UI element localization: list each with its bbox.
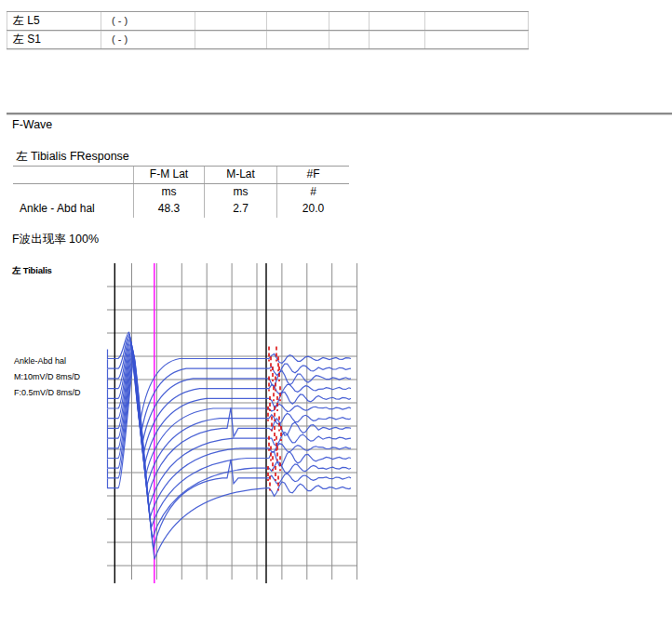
table-cell xyxy=(329,12,370,30)
table-cell: Ankle - Abd hal xyxy=(13,201,133,218)
table-cell: ( - ) xyxy=(101,12,195,30)
chart-trace-lines xyxy=(108,332,352,559)
table-cell xyxy=(425,12,529,30)
emg-trace xyxy=(108,336,352,444)
table-cell: 左 L5 xyxy=(7,12,101,30)
table-cell: ( - ) xyxy=(101,31,195,48)
occurrence-rate-text: F波出现率 100% xyxy=(12,232,99,247)
emg-trace xyxy=(108,348,352,507)
table-row: 左 L5( - ) xyxy=(7,12,529,31)
fwave-table: F-M LatM-Lat#Fmsms#Ankle - Abd hal48.32.… xyxy=(13,166,349,218)
chart-cursor-lines xyxy=(114,263,266,583)
emg-trace xyxy=(108,346,352,497)
fwave-chart xyxy=(0,0,672,627)
fwave-latency-markers xyxy=(268,347,281,491)
summary-table: 左 L5( - )左 S1( - ) xyxy=(7,11,529,49)
emg-trace xyxy=(108,338,352,454)
table-cell: #F xyxy=(276,167,349,183)
emg-trace xyxy=(108,355,352,548)
emg-trace xyxy=(108,332,352,423)
table-cell xyxy=(370,12,425,30)
table-cell xyxy=(195,31,267,48)
emg-trace xyxy=(108,340,352,464)
table-cell xyxy=(13,184,133,201)
table-cell: 左 S1 xyxy=(7,31,101,48)
table-cell: # xyxy=(276,184,349,201)
emg-trace xyxy=(108,357,352,558)
table-cell xyxy=(329,31,370,48)
table-cell: F-M Lat xyxy=(133,167,204,183)
table-cell: 20.0 xyxy=(276,201,349,218)
table-cell: 2.7 xyxy=(204,201,276,218)
emg-trace xyxy=(108,350,352,517)
emg-trace xyxy=(108,352,352,527)
response-title: 左 Tibialis FResponse xyxy=(16,149,129,165)
table-cell xyxy=(267,31,329,48)
chart-title: 左 Tibialis xyxy=(12,265,52,277)
table-cell xyxy=(425,31,529,48)
data-row: Ankle - Abd hal48.32.720.0 xyxy=(13,201,349,218)
table-cell: 48.3 xyxy=(133,201,204,218)
header-row: F-M LatM-Lat#F xyxy=(13,166,349,184)
emg-trace xyxy=(108,354,352,538)
emg-trace xyxy=(108,344,352,487)
fwave-section-title: F-Wave xyxy=(12,118,52,131)
emg-trace xyxy=(108,342,352,476)
f-scale-label: F:0.5mV/D 8ms/D xyxy=(14,388,81,397)
table-cell xyxy=(267,12,329,30)
table-cell: ms xyxy=(133,184,204,201)
units-row: msms# xyxy=(13,184,349,201)
channel-label: Ankle-Abd hal xyxy=(14,356,66,366)
table-cell xyxy=(370,31,425,48)
m-scale-label: M:10mV/D 8ms/D xyxy=(14,372,80,381)
report-page: 左 L5( - )左 S1( - ) F-Wave 左 Tibialis FRe… xyxy=(0,0,672,627)
table-row: 左 S1( - ) xyxy=(7,31,529,49)
table-cell xyxy=(13,167,133,183)
table-cell: ms xyxy=(204,184,276,201)
table-cell xyxy=(195,12,267,30)
section-divider xyxy=(7,113,672,115)
table-cell: M-Lat xyxy=(204,167,276,183)
emg-trace xyxy=(108,334,352,434)
chart-grid xyxy=(107,263,357,580)
